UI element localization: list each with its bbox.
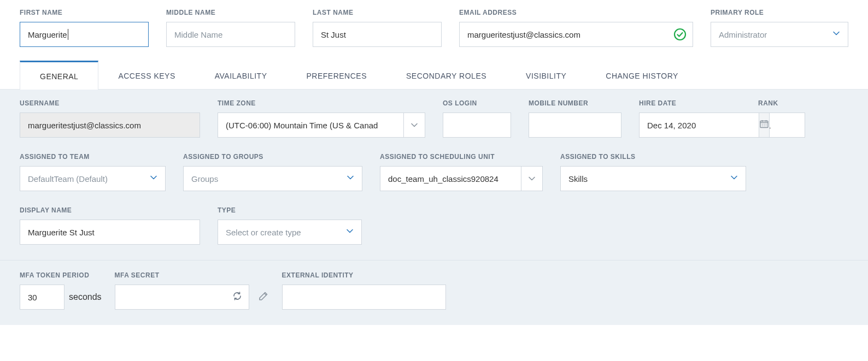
email-group: EMAIL ADDRESS	[459, 9, 693, 47]
email-input-wrap	[459, 22, 693, 47]
middle-name-group: MIDDLE NAME	[166, 9, 295, 47]
assigned-skills-label: ASSIGNED TO SKILLS	[560, 153, 746, 161]
svg-point-5	[762, 124, 763, 125]
general-row-3: DISPLAY NAME TYPE Select or create type	[20, 206, 848, 245]
general-row-2: ASSIGNED TO TEAM DefaultTeam (Default) A…	[20, 153, 848, 191]
assigned-groups-value: Groups	[191, 174, 218, 184]
time-zone-label: TIME ZONE	[218, 99, 425, 107]
calendar-button[interactable]	[759, 113, 770, 138]
last-name-input[interactable]	[313, 22, 442, 47]
check-circle-icon	[673, 28, 687, 41]
assigned-scheduling-label: ASSIGNED TO SCHEDULING UNIT	[380, 153, 543, 161]
assigned-skills-select[interactable]: Skills	[560, 166, 746, 191]
hire-date-picker[interactable]	[639, 113, 741, 138]
external-identity-group: EXTERNAL IDENTITY	[282, 271, 446, 310]
username-input: margueritestjust@classics.com	[20, 113, 200, 138]
hire-date-input[interactable]	[639, 113, 759, 138]
display-name-input[interactable]	[20, 220, 200, 245]
time-zone-dropdown-button[interactable]	[403, 113, 425, 138]
tab-change-history[interactable]: CHANGE HISTORY	[586, 60, 698, 89]
svg-point-0	[675, 29, 685, 40]
tabs-row: GENERAL ACCESS KEYS AVAILABILITY PREFERE…	[0, 60, 868, 90]
assigned-scheduling-group: ASSIGNED TO SCHEDULING UNIT doc_team_uh_…	[380, 153, 543, 191]
primary-role-group: PRIMARY ROLE Administrator	[711, 9, 848, 47]
os-login-group: OS LOGIN	[443, 99, 511, 138]
os-login-label: OS LOGIN	[443, 99, 511, 107]
primary-role-label: PRIMARY ROLE	[711, 9, 848, 16]
tab-availability[interactable]: AVAILABILITY	[195, 60, 287, 89]
assigned-team-select[interactable]: DefaultTeam (Default)	[20, 166, 166, 191]
mfa-secret-label: MFA SECRET	[115, 271, 269, 279]
mobile-number-group: MOBILE NUMBER	[529, 99, 621, 138]
chevron-down-icon	[346, 227, 354, 237]
os-login-input[interactable]	[443, 113, 511, 138]
chevron-down-icon	[832, 29, 840, 39]
external-identity-label: EXTERNAL IDENTITY	[282, 271, 446, 279]
tab-access-keys[interactable]: ACCESS KEYS	[98, 60, 195, 89]
hire-date-group: HIRE DATE	[639, 99, 741, 138]
general-tab-content: USERNAME margueritestjust@classics.com T…	[0, 90, 868, 260]
username-group: USERNAME margueritestjust@classics.com	[20, 99, 200, 138]
assigned-groups-label: ASSIGNED TO GROUPS	[183, 153, 362, 161]
tab-general[interactable]: GENERAL	[20, 61, 98, 90]
tab-secondary-roles[interactable]: SECONDARY ROLES	[386, 60, 506, 89]
assigned-team-group: ASSIGNED TO TEAM DefaultTeam (Default)	[20, 153, 166, 191]
type-value: Select or create type	[226, 228, 301, 237]
mobile-number-label: MOBILE NUMBER	[529, 99, 621, 107]
display-name-group: DISPLAY NAME	[20, 206, 200, 245]
chevron-down-icon	[730, 174, 738, 184]
display-name-label: DISPLAY NAME	[20, 206, 200, 214]
last-name-label: LAST NAME	[313, 9, 442, 16]
middle-name-label: MIDDLE NAME	[166, 9, 295, 16]
chevron-down-icon	[347, 174, 354, 184]
mfa-section: MFA TOKEN PERIOD seconds MFA SECRET	[0, 260, 868, 325]
type-select[interactable]: Select or create type	[218, 220, 362, 245]
svg-point-10	[766, 126, 767, 127]
email-input[interactable]	[459, 22, 693, 47]
assigned-scheduling-dropdown-button[interactable]	[521, 166, 543, 191]
first-name-input[interactable]: Marguerite	[20, 22, 149, 47]
pencil-icon[interactable]	[258, 291, 269, 304]
calendar-icon	[759, 119, 769, 131]
mfa-secret-input[interactable]	[115, 285, 249, 310]
mfa-token-period-input[interactable]	[20, 285, 64, 310]
external-identity-input[interactable]	[282, 285, 446, 310]
refresh-icon[interactable]	[232, 291, 242, 303]
assigned-groups-select[interactable]: Groups	[183, 166, 362, 191]
assigned-scheduling-value: doc_team_uh_classics920824	[380, 166, 521, 191]
general-row-1: USERNAME margueritestjust@classics.com T…	[20, 99, 848, 138]
hire-date-label: HIRE DATE	[639, 99, 741, 107]
first-name-label: FIRST NAME	[20, 9, 149, 16]
seconds-unit-text: seconds	[69, 292, 102, 302]
mfa-token-period-group: MFA TOKEN PERIOD seconds	[20, 271, 102, 310]
svg-point-8	[762, 126, 763, 127]
primary-role-value: Administrator	[719, 30, 767, 39]
tab-visibility[interactable]: VISIBILITY	[506, 60, 586, 89]
time-zone-value: (UTC-06:00) Mountain Time (US & Canad	[218, 113, 403, 138]
user-identity-row: FIRST NAME Marguerite MIDDLE NAME LAST N…	[0, 0, 868, 60]
mfa-secret-group: MFA SECRET	[115, 271, 269, 310]
chevron-down-icon	[150, 174, 157, 184]
assigned-team-value: DefaultTeam (Default)	[28, 174, 108, 184]
tab-preferences[interactable]: PREFERENCES	[287, 60, 387, 89]
mobile-number-input[interactable]	[529, 113, 621, 138]
assigned-groups-group: ASSIGNED TO GROUPS Groups	[183, 153, 362, 191]
assigned-team-label: ASSIGNED TO TEAM	[20, 153, 166, 161]
primary-role-select[interactable]: Administrator	[711, 22, 848, 47]
text-cursor	[68, 29, 68, 40]
assigned-skills-group: ASSIGNED TO SKILLS Skills	[560, 153, 746, 191]
email-label: EMAIL ADDRESS	[459, 9, 693, 16]
username-label: USERNAME	[20, 99, 200, 107]
assigned-scheduling-select[interactable]: doc_team_uh_classics920824	[380, 166, 543, 191]
type-group: TYPE Select or create type	[218, 206, 362, 245]
first-name-group: FIRST NAME Marguerite	[20, 9, 149, 47]
assigned-skills-value: Skills	[568, 174, 588, 184]
svg-point-6	[764, 124, 765, 125]
mfa-token-period-label: MFA TOKEN PERIOD	[20, 271, 102, 279]
svg-point-7	[766, 124, 767, 125]
rank-label: RANK	[758, 99, 805, 107]
time-zone-select[interactable]: (UTC-06:00) Mountain Time (US & Canad	[218, 113, 425, 138]
svg-point-9	[764, 126, 765, 127]
middle-name-input[interactable]	[166, 22, 295, 47]
type-label: TYPE	[218, 206, 362, 214]
